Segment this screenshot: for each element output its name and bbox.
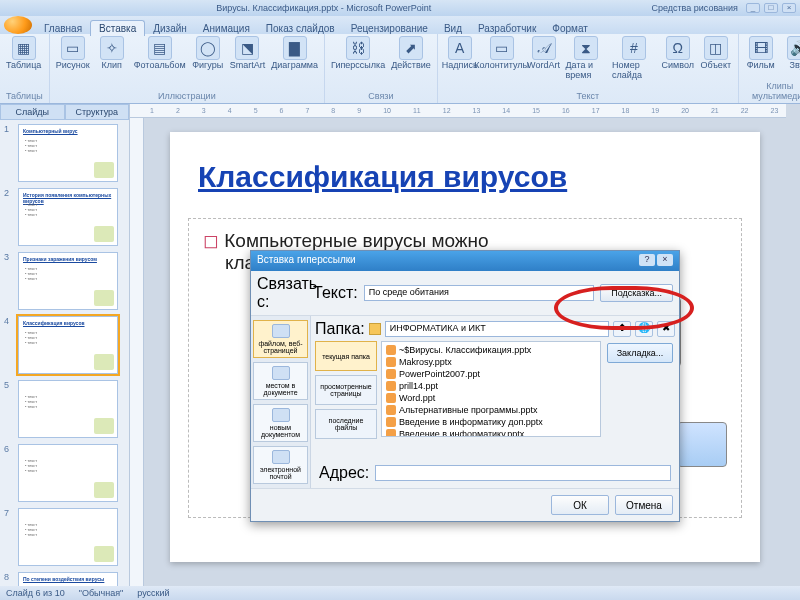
screentip-button[interactable]: Подсказка...	[600, 284, 673, 302]
file-item[interactable]: PowerPoint2007.ppt	[384, 368, 598, 380]
ribbon: ▦ТаблицаТаблицы▭Рисунок✧Клип▤Фотоальбом◯…	[0, 34, 800, 104]
символ-icon: Ω	[666, 36, 690, 60]
outline-tab[interactable]: Структура	[65, 104, 130, 120]
ribbon-group-label: Текст	[444, 91, 732, 101]
office-button[interactable]	[4, 16, 32, 34]
file-item[interactable]: Makrosy.pptx	[384, 356, 598, 368]
ribbon-button[interactable]: #Номер слайда	[612, 36, 656, 80]
close-button[interactable]: ×	[782, 3, 796, 13]
file-item[interactable]: prill14.ppt	[384, 380, 598, 392]
smartart-icon: ⬔	[235, 36, 259, 60]
file-browser: Папка: ИНФОРМАТИКА и ИКТ ⬆ 🌐 ✖ текущая п…	[311, 316, 679, 488]
status-bar: Слайд 6 из 10 "Обычная" русский	[0, 586, 800, 600]
wordart-icon: 𝒜	[532, 36, 556, 60]
фигуры-icon: ◯	[196, 36, 220, 60]
фотоальбом-icon: ▤	[148, 36, 172, 60]
browse-scope-panel: текущая папкапросмотренные страницыпосле…	[315, 341, 377, 459]
link-to-icon	[272, 408, 290, 422]
address-input[interactable]	[375, 465, 671, 481]
диаграмма-icon: ▇	[283, 36, 307, 60]
link-to-icon	[272, 366, 290, 380]
status-theme: "Обычная"	[79, 588, 124, 598]
slide-thumbnail[interactable]: 8По степени воздействия вирусы• текст• т…	[4, 572, 125, 586]
ribbon-button[interactable]: ◫Объект	[700, 36, 732, 70]
file-icon	[386, 393, 396, 403]
рисунок-icon: ▭	[61, 36, 85, 60]
номер слайда-icon: #	[622, 36, 646, 60]
ribbon-button[interactable]: ▭Колонтитулы	[482, 36, 522, 70]
slide-thumbnail[interactable]: 1Компьютерный вирус• текст• текст• текст	[4, 124, 125, 182]
slide-thumbnails: 1Компьютерный вирус• текст• текст• текст…	[0, 120, 129, 586]
ribbon-button[interactable]: 🎞Фильм	[745, 36, 777, 70]
объект-icon: ◫	[704, 36, 728, 60]
file-item[interactable]: ~$Вирусы. Классификация.pptx	[384, 344, 598, 356]
file-item[interactable]: Word.ppt	[384, 392, 598, 404]
dialog-titlebar[interactable]: Вставка гиперссылки ?×	[251, 251, 679, 271]
ribbon-button[interactable]: ▤Фотоальбом	[134, 36, 186, 70]
file-item[interactable]: Альтернативные программы.pptx	[384, 404, 598, 416]
ribbon-button[interactable]: ▦Таблица	[6, 36, 41, 70]
slides-tab[interactable]: Слайды	[0, 104, 65, 120]
ribbon-group-label: Клипы мультимедиа	[745, 81, 800, 101]
slide-thumbnail[interactable]: 4Классификация вирусов• текст• текст• те…	[4, 316, 125, 374]
display-text-input[interactable]: По среде обитания	[364, 285, 594, 301]
file-icon	[386, 417, 396, 427]
browse-scope-button[interactable]: текущая папка	[315, 341, 377, 371]
file-item[interactable]: Введение в информатику доп.pptx	[384, 416, 598, 428]
ribbon-button[interactable]: ⛓Гиперссылка	[331, 36, 385, 70]
display-text-label: Текст:	[313, 284, 358, 302]
ribbon-button[interactable]: ⬔SmartArt	[230, 36, 266, 70]
ok-button[interactable]: ОК	[551, 495, 609, 515]
file-list[interactable]: ~$Вирусы. Классификация.pptxMakrosy.pptx…	[381, 341, 601, 437]
up-folder-button[interactable]: ⬆	[613, 321, 631, 337]
ribbon-button[interactable]: 𝒜WordArt	[528, 36, 560, 70]
dialog-close-button[interactable]: ×	[657, 254, 673, 266]
file-icon	[386, 405, 396, 415]
file-icon	[386, 345, 396, 355]
link-to-icon	[272, 324, 290, 338]
ribbon-button[interactable]: ⬈Действие	[391, 36, 431, 70]
ribbon-button[interactable]: ΩСимвол	[662, 36, 694, 70]
maximize-button[interactable]: □	[764, 3, 778, 13]
browse-web-button[interactable]: 🌐	[635, 321, 653, 337]
ribbon-button[interactable]: ▇Диаграмма	[271, 36, 318, 70]
clipart-image[interactable]	[677, 422, 727, 467]
ribbon-group-label: Связи	[331, 91, 431, 101]
look-in-combo[interactable]: ИНФОРМАТИКА и ИКТ	[385, 321, 609, 337]
folder-icon	[369, 323, 381, 335]
slide-thumbnail[interactable]: 7• текст• текст• текст	[4, 508, 125, 566]
delete-button[interactable]: ✖	[657, 321, 675, 337]
slide-thumbnail[interactable]: 2История появления компьютерных вирусов•…	[4, 188, 125, 246]
link-to-option[interactable]: файлом, веб-страницей	[253, 320, 308, 358]
address-label: Адрес:	[319, 464, 369, 482]
ribbon-button[interactable]: AНадпись	[444, 36, 476, 70]
slide-thumbnail[interactable]: 3Признаки заражения вирусом• текст• текс…	[4, 252, 125, 310]
body-line: Компьютерные вирусы можно	[203, 229, 727, 252]
ribbon-button[interactable]: ✧Клип	[96, 36, 128, 70]
ribbon-button[interactable]: ⧗Дата и время	[566, 36, 607, 80]
slide-title[interactable]: Классификация вирусов	[170, 132, 760, 194]
cancel-button[interactable]: Отмена	[615, 495, 673, 515]
dialog-help-button[interactable]: ?	[639, 254, 655, 266]
file-item[interactable]: Введение в информатику.pptx	[384, 428, 598, 437]
ribbon-group-label: Таблицы	[6, 91, 43, 101]
ribbon-button[interactable]: 🔊Звук	[783, 36, 800, 70]
link-to-option[interactable]: местом в документе	[253, 362, 308, 400]
file-icon	[386, 369, 396, 379]
browse-scope-button[interactable]: просмотренные страницы	[315, 375, 377, 405]
таблица-icon: ▦	[12, 36, 36, 60]
link-to-option[interactable]: электронной почтой	[253, 446, 308, 484]
contextual-tab-label: Средства рисования	[643, 3, 746, 13]
link-to-option[interactable]: новым документом	[253, 404, 308, 442]
ribbon-button[interactable]: ◯Фигуры	[192, 36, 224, 70]
звук-icon: 🔊	[787, 36, 800, 60]
гиперссылка-icon: ⛓	[346, 36, 370, 60]
ribbon-group: ▦ТаблицаТаблицы	[0, 34, 50, 103]
фильм-icon: 🎞	[749, 36, 773, 60]
bookmark-button[interactable]: Закладка...	[607, 343, 673, 363]
minimize-button[interactable]: _	[746, 3, 760, 13]
ribbon-button[interactable]: ▭Рисунок	[56, 36, 90, 70]
slide-thumbnail[interactable]: 6• текст• текст• текст	[4, 444, 125, 502]
browse-scope-button[interactable]: последние файлы	[315, 409, 377, 439]
slide-thumbnail[interactable]: 5• текст• текст• текст	[4, 380, 125, 438]
